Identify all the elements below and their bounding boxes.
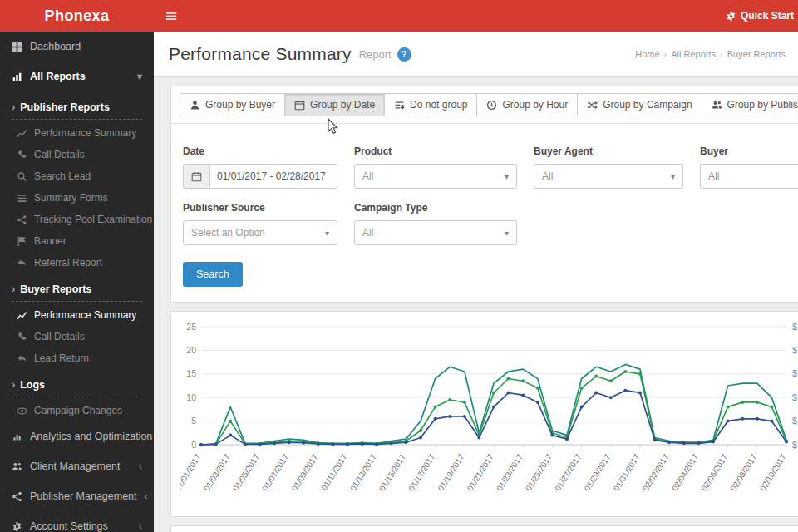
angle-right-icon: › bbox=[12, 283, 15, 295]
sidebar-item-label: Banner bbox=[34, 235, 66, 247]
product-select[interactable]: All▾ bbox=[354, 164, 517, 189]
svg-text:02/06/2017: 02/06/2017 bbox=[699, 452, 729, 493]
filter-label: Date bbox=[183, 145, 337, 157]
page-title: Performance Summary bbox=[169, 44, 352, 64]
group-button-group-by-date[interactable]: Group by Date bbox=[284, 93, 385, 116]
sidebar-item-performance-summary[interactable]: Performance Summary bbox=[0, 122, 154, 144]
search-button[interactable]: Search bbox=[183, 262, 243, 287]
sidebar-item-label: Performance Summary bbox=[34, 127, 136, 139]
referral-icon bbox=[17, 353, 27, 364]
breadcrumb-separator: › bbox=[720, 49, 723, 59]
svg-text:01/07/2017: 01/07/2017 bbox=[260, 452, 290, 493]
group-button-label: Group by Campaign bbox=[603, 99, 692, 111]
sidebar-section-buyer-reports[interactable]: ›Buyer Reports bbox=[12, 275, 142, 302]
performance-icon bbox=[17, 310, 27, 321]
sidebar-section-publisher-reports[interactable]: ›Publisher Reports bbox=[12, 93, 142, 120]
sidebar-section-logs[interactable]: ›Logs bbox=[12, 371, 142, 397]
hamburger-menu-icon[interactable] bbox=[154, 11, 190, 22]
svg-text:01/19/2017: 01/19/2017 bbox=[436, 452, 466, 493]
page-subtitle: Report bbox=[359, 48, 392, 61]
filter-label: Buyer Agent bbox=[534, 145, 683, 157]
main-content: Performance Summary Report ? Home›All Re… bbox=[154, 32, 798, 532]
sidebar-item-call-details[interactable]: Call Details bbox=[0, 326, 154, 347]
group-button-do-not-group[interactable]: Do not group bbox=[384, 93, 477, 116]
bottom-panel bbox=[170, 525, 798, 532]
sidebar-item-analytics-and-optimization[interactable]: Analytics and Optimization‹ bbox=[0, 421, 154, 451]
calendar-icon bbox=[191, 171, 202, 182]
sidebar-item-publisher-management[interactable]: Publisher Management‹ bbox=[0, 481, 154, 511]
sidebar-section-label: Publisher Reports bbox=[20, 101, 110, 113]
sidebar-item-search-lead[interactable]: Search Lead bbox=[0, 165, 154, 187]
group-button-label: Group by Buyer bbox=[205, 99, 275, 111]
buyer-agent-select[interactable]: All▾ bbox=[534, 164, 683, 189]
nogroup-icon bbox=[394, 100, 405, 111]
chart-panel: 0$5$10$15$20$25$01/01/201701/03/201701/0… bbox=[170, 311, 798, 517]
sidebar-item-label: Dashboard bbox=[30, 41, 81, 52]
sidebar-item-campaign-changes[interactable]: Campaign Changes bbox=[0, 400, 154, 421]
group-button-group-by-buyer[interactable]: Group by Buyer bbox=[180, 93, 285, 116]
sidebar-item-client-management[interactable]: Client Management‹ bbox=[0, 451, 154, 481]
select-value: All bbox=[542, 170, 553, 182]
filter-label: Buyer bbox=[700, 145, 798, 157]
sidebar-item-call-details[interactable]: Call Details bbox=[0, 144, 154, 165]
svg-text:01/09/2017: 01/09/2017 bbox=[290, 452, 320, 493]
svg-text:01/17/2017: 01/17/2017 bbox=[406, 452, 436, 493]
filter-rows: DateProductAll▾Buyer AgentAll▾BuyerAll▾P… bbox=[171, 124, 798, 245]
breadcrumb-buyer-reports[interactable]: Buyer Reports bbox=[727, 49, 786, 59]
breadcrumb-separator: › bbox=[664, 49, 667, 59]
svg-text:01/25/2017: 01/25/2017 bbox=[524, 452, 554, 493]
brand-logo[interactable]: Phonexa bbox=[0, 7, 154, 25]
sidebar-item-dashboard[interactable]: Dashboard bbox=[0, 32, 154, 62]
filter-field-publisher-source: Publisher SourceSelect an Option▾ bbox=[183, 202, 337, 245]
svg-text:$: $ bbox=[792, 368, 797, 378]
quick-start-button[interactable]: Quick Start bbox=[726, 10, 798, 22]
phone-icon bbox=[17, 150, 27, 160]
group-button-group-by-campaign[interactable]: Group by Campaign bbox=[577, 93, 702, 116]
sidebar-item-performance-summary[interactable]: Performance Summary bbox=[0, 304, 154, 326]
group-buttons: Group by BuyerGroup by DateDo not groupG… bbox=[171, 86, 798, 124]
svg-text:01/21/2017: 01/21/2017 bbox=[466, 452, 495, 493]
breadcrumb-home[interactable]: Home bbox=[635, 49, 659, 59]
chevron-down-icon: ▾ bbox=[137, 71, 142, 82]
svg-text:20: 20 bbox=[186, 345, 196, 355]
menu-icon bbox=[166, 11, 177, 22]
filter-label: Campaign Type bbox=[354, 202, 517, 214]
analytics-icon bbox=[12, 431, 22, 442]
date-input[interactable] bbox=[209, 164, 337, 189]
campaign-type-select[interactable]: All▾ bbox=[354, 220, 517, 245]
filter-row: DateProductAll▾Buyer AgentAll▾BuyerAll▾ bbox=[183, 145, 798, 189]
svg-text:25: 25 bbox=[186, 322, 196, 332]
sidebar-item-account-settings[interactable]: Account Settings‹ bbox=[0, 511, 154, 532]
svg-text:01/05/2017: 01/05/2017 bbox=[231, 452, 261, 493]
svg-text:01/31/2017: 01/31/2017 bbox=[612, 452, 642, 493]
sidebar-item-summary-forms[interactable]: Summary Forms bbox=[0, 187, 154, 209]
sidebar-item-tracking-pool-examination[interactable]: Tracking Pool Examination bbox=[0, 209, 154, 230]
sidebar-item-label: Lead Return bbox=[34, 352, 89, 364]
sidebar-item-lead-return[interactable]: Lead Return bbox=[0, 347, 154, 369]
sidebar-item-referral-report[interactable]: Referral Report bbox=[0, 252, 154, 273]
svg-text:$: $ bbox=[792, 440, 797, 450]
help-icon[interactable]: ? bbox=[397, 47, 411, 62]
svg-text:02/08/2017: 02/08/2017 bbox=[729, 452, 759, 493]
publisher-icon bbox=[12, 491, 22, 502]
chevron-down-icon: ▾ bbox=[671, 172, 675, 181]
chevron-left-icon: ‹ bbox=[139, 520, 142, 532]
report-panel: Group by BuyerGroup by DateDo not groupG… bbox=[170, 86, 798, 303]
sidebar-item-all-reports[interactable]: All Reports▾ bbox=[0, 62, 154, 91]
angle-right-icon: › bbox=[12, 101, 15, 113]
buyer-select[interactable]: All▾ bbox=[700, 164, 798, 189]
sidebar-item-banner[interactable]: Banner bbox=[0, 230, 154, 252]
clients-icon bbox=[712, 100, 722, 111]
group-button-group-by-hour[interactable]: Group by Hour bbox=[476, 93, 578, 116]
breadcrumb-all-reports[interactable]: All Reports bbox=[671, 49, 716, 59]
svg-text:01/11/2017: 01/11/2017 bbox=[319, 452, 349, 492]
publisher-source-select[interactable]: Select an Option▾ bbox=[183, 220, 337, 245]
svg-text:02/02/2017: 02/02/2017 bbox=[641, 452, 671, 493]
select-value: Select an Option bbox=[191, 227, 265, 239]
filter-field-campaign-type: Campaign TypeAll▾ bbox=[354, 202, 517, 245]
svg-text:$: $ bbox=[792, 322, 797, 332]
reports-icon bbox=[12, 71, 22, 82]
calendar-addon[interactable] bbox=[183, 164, 209, 189]
group-button-group-by-publisher[interactable]: Group by Publisher bbox=[702, 93, 798, 116]
select-value: All bbox=[362, 170, 373, 182]
